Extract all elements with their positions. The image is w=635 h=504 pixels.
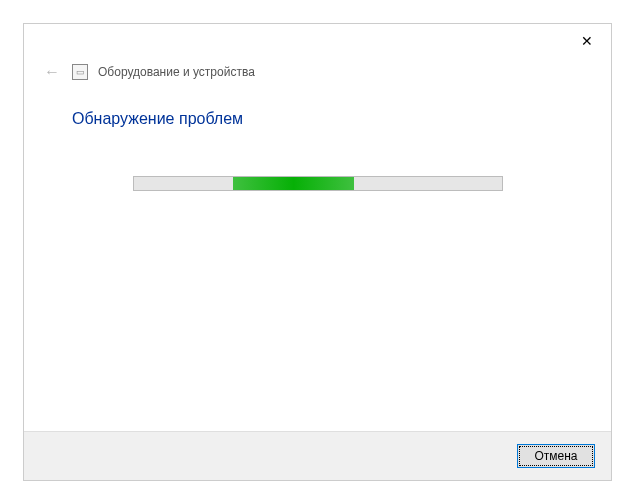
window-title: Оборудование и устройства — [98, 65, 255, 79]
titlebar: ✕ — [24, 24, 611, 58]
header-row: ← ▭ Оборудование и устройства — [24, 58, 611, 92]
progress-bar — [133, 176, 503, 191]
cancel-button[interactable]: Отмена — [517, 444, 595, 468]
footer: Отмена — [24, 431, 611, 480]
troubleshooter-icon: ▭ — [72, 64, 88, 80]
progress-fill — [233, 177, 354, 190]
progress-container — [72, 176, 563, 191]
dialog-frame: ✕ ← ▭ Оборудование и устройства Обнаруже… — [23, 23, 612, 481]
content-area: Обнаружение проблем — [24, 92, 611, 431]
back-icon: ← — [42, 62, 62, 82]
status-heading: Обнаружение проблем — [72, 110, 563, 128]
close-button[interactable]: ✕ — [573, 27, 601, 55]
troubleshooter-window: ✕ ← ▭ Оборудование и устройства Обнаруже… — [0, 0, 635, 504]
